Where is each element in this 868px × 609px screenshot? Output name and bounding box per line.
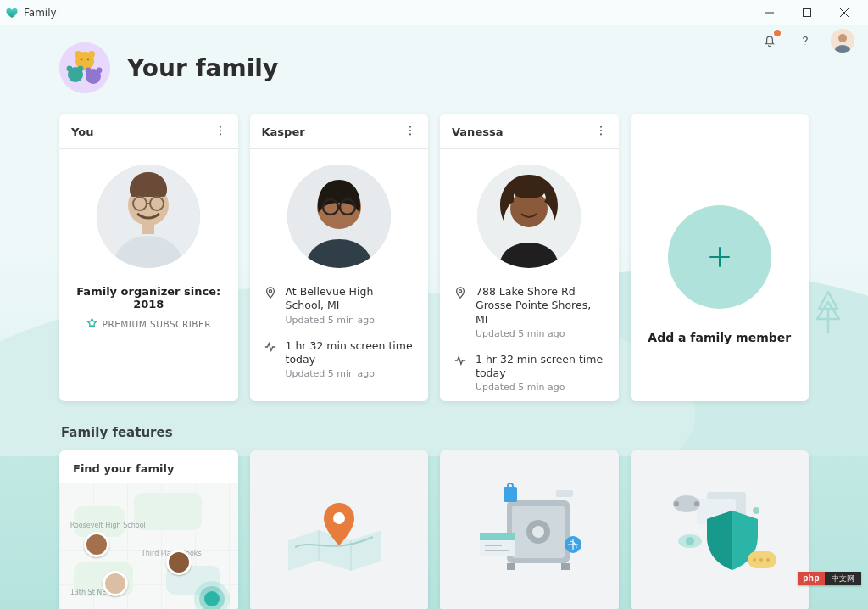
screentime-updated-text: Updated 5 min ago	[286, 368, 415, 379]
svg-point-37	[459, 290, 461, 293]
window-maximize-button[interactable]	[788, 0, 826, 25]
premium-label: PREMIUM SUBSCRIBER	[103, 319, 211, 329]
window-title: Family	[24, 7, 57, 19]
svg-rect-50	[485, 545, 502, 546]
organizer-since-text: Family organizer since: 2018	[76, 285, 221, 310]
member-avatar	[97, 165, 200, 268]
svg-rect-49	[480, 533, 515, 540]
svg-rect-43	[507, 563, 515, 570]
app-icon	[5, 6, 19, 20]
location-updated-text: Updated 5 min ago	[286, 315, 415, 326]
svg-point-9	[87, 59, 90, 61]
map-current-location-dot	[204, 591, 220, 606]
svg-point-55	[674, 501, 679, 506]
svg-point-12	[78, 66, 84, 72]
svg-point-26	[409, 133, 411, 135]
svg-rect-21	[142, 222, 154, 234]
card-more-button[interactable]	[404, 124, 416, 140]
svg-point-14	[86, 68, 92, 74]
family-logo	[59, 42, 110, 93]
page-content: Your family You Family organizer since: …	[0, 25, 868, 609]
svg-point-34	[599, 133, 601, 135]
feature-card-vault[interactable]	[440, 450, 619, 609]
svg-point-61	[766, 558, 770, 562]
feature-card-location[interactable]	[250, 450, 429, 609]
svg-point-15	[97, 68, 103, 74]
svg-point-31	[269, 290, 271, 293]
svg-point-33	[599, 130, 601, 131]
member-card-you[interactable]: You Family organizer since: 2018 PREMIUM…	[59, 114, 238, 401]
svg-rect-0	[804, 9, 811, 17]
svg-point-38	[333, 512, 345, 524]
member-name: Vanessa	[452, 126, 503, 138]
safety-illustration	[631, 450, 810, 609]
svg-point-6	[75, 51, 81, 58]
location-icon	[453, 285, 467, 339]
add-member-label: Add a family member	[648, 331, 791, 344]
activity-icon	[453, 353, 467, 394]
card-more-button[interactable]	[595, 124, 607, 140]
page-header: Your family	[59, 42, 809, 93]
svg-point-17	[219, 130, 220, 131]
premium-icon	[86, 316, 97, 332]
page-title: Your family	[127, 54, 278, 82]
family-members-row: You Family organizer since: 2018 PREMIUM…	[59, 114, 809, 401]
window-minimize-button[interactable]	[751, 0, 788, 25]
location-text: 788 Lake Shore RdGrosse Pointe Shores, M…	[476, 285, 605, 327]
member-avatar	[477, 165, 581, 268]
svg-rect-44	[561, 563, 570, 570]
feature-card-find-family[interactable]: Find your family Roosevelt High School T…	[59, 450, 238, 609]
member-card-kasper[interactable]: Kasper At Bellevue High School, MI Updat…	[250, 114, 429, 401]
card-more-button[interactable]	[214, 124, 226, 140]
svg-point-57	[686, 537, 694, 545]
svg-point-24	[409, 126, 411, 128]
map-avatar	[103, 571, 128, 596]
plus-icon	[668, 205, 771, 309]
svg-point-11	[67, 66, 73, 72]
svg-point-32	[599, 126, 601, 128]
member-avatar	[287, 165, 391, 268]
map-illustration: Roosevelt High School Third Place Books …	[59, 483, 238, 609]
map-label: 13th St NE	[70, 589, 107, 596]
svg-point-42	[532, 526, 544, 538]
location-text: At Bellevue High School, MI	[286, 285, 415, 313]
svg-point-60	[760, 558, 763, 562]
svg-point-59	[753, 558, 756, 562]
member-card-vanessa[interactable]: Vanessa 788 Lake Shore RdGrosse Pointe S…	[440, 114, 619, 401]
svg-point-18	[219, 133, 220, 135]
watermark-brand: php	[798, 572, 825, 585]
window-titlebar: Family	[0, 0, 868, 25]
window-close-button[interactable]	[826, 0, 863, 25]
svg-point-8	[81, 59, 83, 61]
location-icon	[264, 285, 277, 326]
member-name: You	[71, 126, 93, 138]
screentime-text: 1 hr 32 min screen time today	[476, 353, 605, 381]
add-member-card[interactable]: Add a family member	[631, 114, 810, 401]
svg-rect-47	[556, 490, 573, 497]
svg-point-56	[694, 501, 699, 506]
features-row: Find your family Roosevelt High School T…	[59, 450, 809, 609]
member-name: Kasper	[262, 126, 305, 138]
features-section-title: Family features	[61, 425, 809, 440]
svg-rect-46	[508, 483, 513, 489]
svg-point-16	[219, 126, 220, 128]
vault-illustration	[440, 450, 619, 609]
screentime-updated-text: Updated 5 min ago	[476, 382, 605, 393]
svg-point-62	[753, 507, 760, 514]
location-updated-text: Updated 5 min ago	[476, 328, 605, 339]
location-illustration	[250, 450, 429, 609]
feature-title: Find your family	[59, 450, 238, 487]
map-label: Roosevelt High School	[70, 522, 146, 529]
watermark-suffix: 中文网	[825, 572, 861, 585]
watermark: php 中文网	[798, 572, 861, 585]
activity-icon	[264, 339, 277, 380]
svg-rect-51	[485, 550, 509, 551]
svg-point-7	[88, 51, 95, 58]
screentime-text: 1 hr 32 min screen time today	[286, 339, 415, 367]
map-avatar	[84, 532, 109, 557]
feature-card-safety[interactable]	[631, 450, 810, 609]
svg-point-25	[409, 130, 411, 131]
